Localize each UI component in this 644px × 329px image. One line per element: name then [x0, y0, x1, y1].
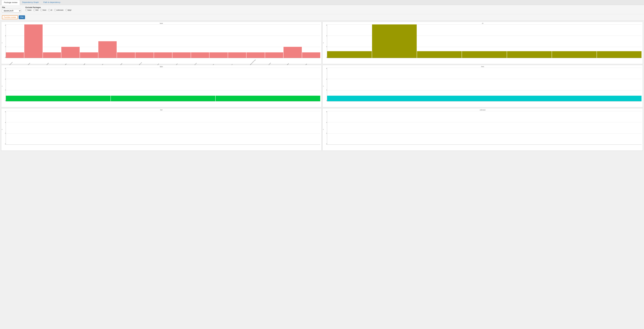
checkbox-dplyr-input[interactable] — [66, 9, 67, 11]
charts-row-2: dplyr n 6 4 2 0 group_bysummarisetidy he… — [1, 65, 643, 107]
bar-cli_red — [552, 51, 596, 58]
bar-cli_alert_danger — [327, 51, 372, 58]
checkbox-unknown-label: unknown — [56, 9, 64, 11]
chart-base-bars — [6, 24, 320, 58]
charts-area: base n 6 4 2 0 data.framefunctioninvisib… — [0, 20, 644, 153]
checkbox-cli-label: cli — [50, 9, 52, 11]
checkbox-unknown: unknown — [54, 9, 64, 11]
checkbox-group: base lintr here cli unknown dplyr — [26, 9, 72, 11]
chart-here: here n 6 4 2 0 here — [322, 65, 643, 107]
chart-here-title: here — [322, 65, 643, 67]
chart-base: base n 6 4 2 0 data.framefunctioninvisib… — [1, 22, 322, 64]
checkbox-base-input[interactable] — [26, 9, 27, 11]
bar-nrow — [98, 41, 116, 58]
exclude-section: Exclude Packages base lintr here cli unk… — [26, 6, 72, 11]
chart-unknown-title: unknown — [322, 109, 643, 111]
chart-here-y-axis: 6 4 2 0 — [324, 68, 327, 101]
plot-button[interactable]: Plot — [19, 15, 25, 19]
chart-lintr-bars — [6, 111, 320, 145]
bar-cli_yellow — [597, 51, 642, 58]
chart-lintr-x-labels — [6, 145, 320, 150]
checkbox-dplyr: dplyr — [66, 9, 72, 11]
chart-lintr-y-axis: 6 4 2 0 — [2, 111, 6, 145]
checkbox-base: base — [26, 9, 32, 11]
tab-dependency-graph[interactable]: Dependency Graph — [20, 0, 41, 5]
chart-cli-title: cli — [322, 22, 643, 24]
chart-unknown-y-axis: 6 4 2 0 — [324, 111, 327, 145]
chart-base-x-labels: data.framefunctioninvisiblelapplylengthn… — [6, 58, 320, 64]
charts-row-3: lintr n 6 4 2 0 unknown n 6 4 — [1, 108, 643, 151]
bar-cli_alert_info — [372, 24, 417, 58]
chart-base-y-axis: 6 4 2 0 — [2, 24, 6, 58]
bar-here — [327, 96, 642, 101]
chart-cli-x-labels: cli_alert_dangercli_alert_infocli_bluecl… — [327, 58, 642, 64]
checkbox-dplyr-label: dplyr — [68, 9, 72, 11]
function-review-button[interactable]: Function review — [2, 15, 18, 19]
chart-dplyr-title: dplyr — [1, 65, 322, 67]
exclude-label: Exclude Packages — [26, 6, 72, 8]
bar-cli_green — [462, 51, 506, 58]
chart-here-x-labels: here — [327, 102, 642, 107]
chart-lintr: lintr n 6 4 2 0 — [1, 108, 322, 151]
checkbox-here: here — [40, 9, 46, 11]
checkbox-unknown-input[interactable] — [54, 9, 56, 11]
chart-base-title: base — [1, 22, 322, 24]
toolbar: File darwinLint.R Exclude Packages base … — [0, 5, 644, 14]
checkbox-lintr-label: lintr — [36, 9, 38, 11]
checkbox-base-label: base — [28, 9, 32, 11]
chart-dplyr-y-axis: 6 4 2 0 — [2, 68, 6, 101]
chart-unknown-bars — [327, 111, 642, 145]
bar-group_by — [6, 96, 110, 101]
chart-cli: cli n 5 4 2 0 cli_alert_dangercli_alert_… — [322, 22, 643, 64]
file-dropdown[interactable]: darwinLint.R — [2, 9, 21, 12]
chart-cli-y-axis: 5 4 2 0 — [324, 24, 327, 58]
chart-here-bars — [327, 68, 642, 101]
checkbox-here-label: here — [43, 9, 46, 11]
chart-dplyr: dplyr n 6 4 2 0 group_bysummarisetidy — [1, 65, 322, 107]
checkbox-here-input[interactable] — [40, 9, 42, 11]
file-label: File — [2, 6, 21, 8]
checkbox-cli: cli — [48, 9, 52, 11]
chart-dplyr-x-labels: group_bysummarisetidy — [6, 102, 320, 107]
checkbox-lintr-input[interactable] — [34, 9, 35, 11]
chart-cli-bars — [327, 24, 642, 58]
checkbox-lintr: lintr — [34, 9, 38, 11]
tab-package-review[interactable]: Package review — [2, 0, 20, 5]
charts-row-1: base n 6 4 2 0 data.framefunctioninvisib… — [1, 22, 643, 64]
tab-path-to-dependency[interactable]: Path to dependency — [41, 0, 63, 5]
action-buttons: Function review Plot — [0, 14, 644, 20]
bar-summarise — [111, 96, 216, 101]
tabs-bar: Package review Dependency Graph Path to … — [0, 0, 644, 5]
chart-unknown-x-labels — [327, 145, 642, 150]
chart-unknown: unknown n 6 4 2 0 — [322, 108, 643, 151]
bar-cli_blue — [417, 51, 462, 58]
checkbox-cli-input[interactable] — [48, 9, 50, 11]
file-select-wrapper: darwinLint.R — [2, 9, 21, 12]
chart-lintr-title: lintr — [1, 109, 322, 111]
file-section: File darwinLint.R — [2, 6, 21, 12]
bar-tidy — [216, 96, 320, 101]
